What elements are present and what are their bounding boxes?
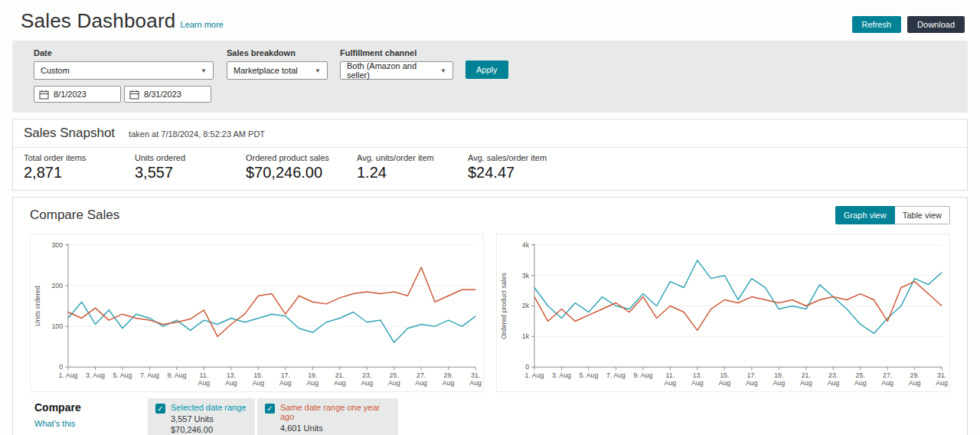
whats-this-link[interactable]: What's this (34, 419, 148, 428)
graph-view-button[interactable]: Graph view (835, 206, 895, 224)
metric-value: 3,557 (135, 164, 238, 182)
metric-total-order-items: Total order items 2,871 (24, 153, 135, 182)
sales-breakdown-value: Marketplace total (234, 66, 298, 75)
sales-breakdown-select[interactable]: Marketplace total (227, 61, 328, 80)
chevron-down-icon (440, 67, 446, 74)
svg-text:17.Aug: 17.Aug (746, 371, 758, 387)
calendar-icon (129, 90, 139, 100)
metric-avg-sales-per-order: Avg. sales/order item $24.47 (468, 153, 579, 182)
chevron-down-icon (315, 67, 321, 74)
svg-text:7. Aug: 7. Aug (140, 371, 159, 379)
date-range-select[interactable]: Custom (34, 61, 214, 80)
apply-button[interactable]: Apply (466, 61, 508, 79)
metric-value: 1.24 (357, 164, 460, 182)
sales-snapshot-panel: Sales Snapshot taken at 7/18/2024, 8:52:… (12, 119, 968, 191)
svg-text:25.Aug: 25.Aug (854, 371, 867, 387)
svg-text:7. Aug: 7. Aug (606, 371, 626, 379)
svg-text:11.Aug: 11.Aug (665, 371, 677, 387)
metric-avg-units-per-order: Avg. units/order item 1.24 (357, 153, 468, 182)
chevron-down-icon (201, 67, 207, 74)
year-ago-checkbox[interactable] (265, 404, 275, 414)
svg-text:19.Aug: 19.Aug (306, 371, 318, 387)
svg-text:13.Aug: 13.Aug (225, 371, 237, 387)
legend-units: 3,557 Units (171, 414, 246, 424)
compare-sales-title: Compare Sales (30, 208, 835, 223)
product-sales-chart-svg: 01k2k3k4k1. Aug3. Aug5. Aug7. Aug9. Aug1… (498, 237, 948, 391)
units-ordered-chart-svg: 01002003001. Aug3. Aug5. Aug7. Aug9. Aug… (32, 237, 482, 391)
date-filter-group: Date Custom 8/1/2023 8/31/2023 (34, 48, 214, 103)
svg-text:31.Aug: 31.Aug (469, 371, 482, 387)
svg-text:3. Aug: 3. Aug (86, 371, 105, 379)
units-ordered-chart: 01002003001. Aug3. Aug5. Aug7. Aug9. Aug… (30, 234, 484, 392)
date-from-input[interactable]: 8/1/2023 (34, 86, 121, 103)
compare-sales-header: Compare Sales Graph view Table view (13, 198, 967, 231)
sales-snapshot-title: Sales Snapshot (24, 126, 115, 141)
svg-text:13.Aug: 13.Aug (691, 371, 704, 387)
svg-text:21.Aug: 21.Aug (334, 371, 346, 387)
date-inputs-row: 8/1/2023 8/31/2023 (34, 86, 214, 103)
metric-value: $24.47 (468, 164, 571, 182)
compare-legend-row: Compare What's this Selected date range … (13, 392, 967, 435)
svg-text:21.Aug: 21.Aug (800, 371, 812, 387)
metric-units-ordered: Units ordered 3,557 (135, 153, 246, 182)
svg-text:100: 100 (51, 322, 63, 330)
svg-text:27.Aug: 27.Aug (415, 371, 427, 387)
legend-texts: Selected date range 3,557 Units $70,246.… (171, 403, 246, 430)
page-title: Sales Dashboard (21, 9, 175, 33)
legend-label: Same date range one year ago (280, 403, 390, 421)
svg-text:11.Aug: 11.Aug (198, 371, 211, 387)
download-button[interactable]: Download (907, 16, 965, 33)
metric-value: $70,246.00 (246, 164, 349, 182)
svg-text:9. Aug: 9. Aug (167, 371, 186, 379)
refresh-button[interactable]: Refresh (852, 16, 902, 33)
page-header: Sales Dashboard Learn more Refresh Downl… (0, 0, 980, 39)
product-sales-chart: 01k2k3k4k1. Aug3. Aug5. Aug7. Aug9. Aug1… (496, 234, 950, 392)
svg-text:9. Aug: 9. Aug (633, 371, 652, 379)
date-to-value: 8/31/2023 (144, 90, 181, 99)
svg-text:0: 0 (59, 363, 63, 371)
svg-text:23.Aug: 23.Aug (827, 371, 839, 387)
fulfillment-value: Both (Amazon and seller) (347, 61, 434, 80)
date-from-value: 8/1/2023 (54, 90, 87, 99)
learn-more-link[interactable]: Learn more (180, 20, 223, 29)
svg-text:3. Aug: 3. Aug (552, 371, 571, 379)
snapshot-timestamp: taken at 7/18/2024, 8:52:23 AM PDT (129, 129, 265, 139)
svg-text:3k: 3k (522, 272, 530, 280)
selected-range-checkbox[interactable] (155, 404, 165, 414)
compare-title: Compare (34, 401, 148, 414)
svg-text:25.Aug: 25.Aug (388, 371, 400, 387)
table-view-button[interactable]: Table view (895, 206, 950, 224)
metric-label: Units ordered (135, 153, 238, 162)
charts-row: 01002003001. Aug3. Aug5. Aug7. Aug9. Aug… (13, 231, 967, 392)
date-to-input[interactable]: 8/31/2023 (124, 86, 211, 103)
svg-text:15.Aug: 15.Aug (252, 371, 264, 387)
svg-text:0: 0 (525, 363, 529, 371)
calendar-icon (39, 90, 49, 100)
metric-label: Ordered product sales (246, 153, 349, 162)
fulfillment-select[interactable]: Both (Amazon and seller) (340, 61, 453, 80)
legend-label: Selected date range (171, 403, 246, 412)
svg-text:29.Aug: 29.Aug (443, 371, 455, 387)
svg-text:27.Aug: 27.Aug (881, 371, 893, 387)
svg-text:5. Aug: 5. Aug (113, 371, 132, 379)
date-range-value: Custom (41, 66, 70, 75)
fulfillment-group: Fulfillment channel Both (Amazon and sel… (340, 48, 453, 80)
svg-text:Units ordered: Units ordered (34, 286, 41, 326)
svg-text:300: 300 (51, 241, 63, 249)
fulfillment-label: Fulfillment channel (340, 48, 453, 57)
svg-text:4k: 4k (522, 241, 530, 249)
compare-info: Compare What's this (34, 398, 148, 435)
svg-text:Ordered product sales: Ordered product sales (500, 272, 508, 339)
metric-label: Total order items (24, 153, 127, 162)
legend-units: 4,601 Units (280, 424, 390, 433)
metric-ordered-product-sales: Ordered product sales $70,246.00 (246, 153, 357, 182)
svg-text:200: 200 (51, 282, 63, 289)
sales-breakdown-group: Sales breakdown Marketplace total (227, 48, 328, 80)
sales-snapshot-header: Sales Snapshot taken at 7/18/2024, 8:52:… (13, 119, 967, 148)
svg-text:15.Aug: 15.Aug (718, 371, 730, 387)
svg-text:31.Aug: 31.Aug (936, 371, 948, 387)
apply-group: Apply (466, 48, 508, 79)
date-filter-label: Date (34, 48, 214, 57)
svg-text:17.Aug: 17.Aug (279, 371, 292, 387)
legend-selected-date-range: Selected date range 3,557 Units $70,246.… (148, 398, 255, 435)
